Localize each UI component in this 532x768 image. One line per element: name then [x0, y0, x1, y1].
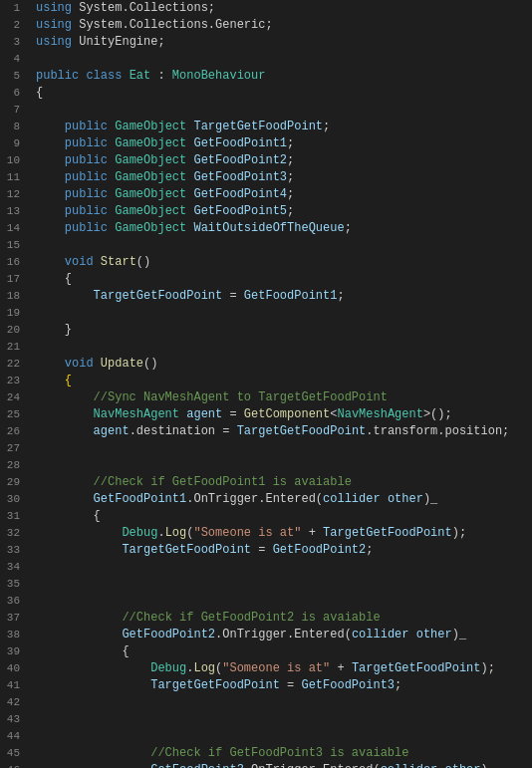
line-number: 4: [4, 51, 20, 68]
line-number: 45: [4, 745, 20, 762]
line-number: 28: [4, 457, 20, 474]
code-line: public GameObject GetFoodPoint5;: [36, 203, 532, 220]
code-line: [36, 728, 532, 745]
line-number: 32: [4, 525, 20, 542]
code-line: public GameObject WaitOutsideOfTheQueue;: [36, 220, 532, 237]
line-number: 41: [4, 677, 20, 694]
line-number: 46: [4, 762, 20, 768]
line-number: 34: [4, 559, 20, 576]
line-number: 38: [4, 627, 20, 643]
code-line: //Check if GetFoodPoint3 is avaiable: [36, 745, 532, 762]
line-number: 44: [4, 728, 20, 745]
code-line: TargetGetFoodPoint = GetFoodPoint3;: [36, 677, 532, 694]
line-number: 16: [4, 254, 20, 271]
code-line: using System.Collections;: [36, 0, 532, 17]
code-line: //Check if GetFoodPoint1 is avaiable: [36, 474, 532, 491]
line-number: 2: [4, 17, 20, 34]
line-number: 7: [4, 102, 20, 119]
code-line: [36, 576, 532, 593]
line-number: 23: [4, 373, 20, 389]
code-line: [36, 559, 532, 576]
code-line: void Update(): [36, 356, 532, 373]
line-number: 26: [4, 423, 20, 440]
code-line: [36, 694, 532, 711]
code-line: public GameObject GetFoodPoint4;: [36, 186, 532, 203]
line-number: 40: [4, 660, 20, 677]
line-number: 31: [4, 508, 20, 525]
code-line: public class Eat : MonoBehaviour: [36, 68, 532, 85]
code-line: {: [36, 373, 532, 389]
line-number: 39: [4, 643, 20, 660]
line-number: 22: [4, 356, 20, 373]
code-line: GetFoodPoint3.OnTrigger.Entered(collider…: [36, 762, 532, 768]
code-line: using UnityEngine;: [36, 34, 532, 51]
code-line: {: [36, 643, 532, 660]
line-number: 6: [4, 85, 20, 102]
line-number: 11: [4, 169, 20, 186]
code-line: [36, 51, 532, 68]
code-line: //Check if GetFoodPoint2 is avaiable: [36, 610, 532, 627]
line-number: 9: [4, 135, 20, 152]
code-line: Debug.Log("Someone is at" + TargetGetFoo…: [36, 525, 532, 542]
line-number: 33: [4, 542, 20, 559]
line-number: 43: [4, 711, 20, 728]
code-line: [36, 102, 532, 119]
code-line: TargetGetFoodPoint = GetFoodPoint2;: [36, 542, 532, 559]
code-line: [36, 457, 532, 474]
line-number: 15: [4, 237, 20, 254]
code-line: [36, 440, 532, 457]
code-line: using System.Collections.Generic;: [36, 17, 532, 34]
code-line: agent.destination = TargetGetFoodPoint.t…: [36, 423, 532, 440]
line-number: 29: [4, 474, 20, 491]
code-line: [36, 305, 532, 322]
code-line: public GameObject GetFoodPoint1;: [36, 135, 532, 152]
code-line: public GameObject GetFoodPoint3;: [36, 169, 532, 186]
code-line: NavMeshAgent agent = GetComponent<NavMes…: [36, 406, 532, 423]
code-line: GetFoodPoint1.OnTrigger.Entered(collider…: [36, 491, 532, 508]
line-number: 12: [4, 186, 20, 203]
line-number: 13: [4, 203, 20, 220]
code-line: {: [36, 271, 532, 288]
code-line: void Start(): [36, 254, 532, 271]
line-number: 36: [4, 593, 20, 610]
line-number: 25: [4, 406, 20, 423]
line-number: 19: [4, 305, 20, 322]
code-line: [36, 593, 532, 610]
code-line: }: [36, 322, 532, 339]
line-number: 30: [4, 491, 20, 508]
line-number: 1: [4, 0, 20, 17]
code-line: [36, 339, 532, 356]
line-number: 27: [4, 440, 20, 457]
code-line: [36, 237, 532, 254]
line-number: 42: [4, 694, 20, 711]
line-number: 5: [4, 68, 20, 85]
line-number: 17: [4, 271, 20, 288]
code-line: public GameObject GetFoodPoint2;: [36, 152, 532, 169]
code-line: TargetGetFoodPoint = GetFoodPoint1;: [36, 288, 532, 305]
line-number: 18: [4, 288, 20, 305]
line-number: 14: [4, 220, 20, 237]
code-line: {: [36, 85, 532, 102]
line-number: 24: [4, 389, 20, 406]
line-number: 8: [4, 119, 20, 135]
line-number: 3: [4, 34, 20, 51]
code-line: GetFoodPoint2.OnTrigger.Entered(collider…: [36, 627, 532, 643]
line-numbers: 1234567891011121314151617181920212223242…: [0, 0, 28, 768]
code-content[interactable]: using System.Collections;using System.Co…: [28, 0, 532, 768]
code-line: [36, 711, 532, 728]
line-number: 10: [4, 152, 20, 169]
code-line: Debug.Log("Someone is at" + TargetGetFoo…: [36, 660, 532, 677]
line-number: 35: [4, 576, 20, 593]
code-editor: 1234567891011121314151617181920212223242…: [0, 0, 532, 768]
line-number: 21: [4, 339, 20, 356]
code-line: {: [36, 508, 532, 525]
code-line: public GameObject TargetGetFoodPoint;: [36, 119, 532, 135]
line-number: 37: [4, 610, 20, 627]
line-number: 20: [4, 322, 20, 339]
code-line: //Sync NavMeshAgent to TargetGetFoodPoin…: [36, 389, 532, 406]
